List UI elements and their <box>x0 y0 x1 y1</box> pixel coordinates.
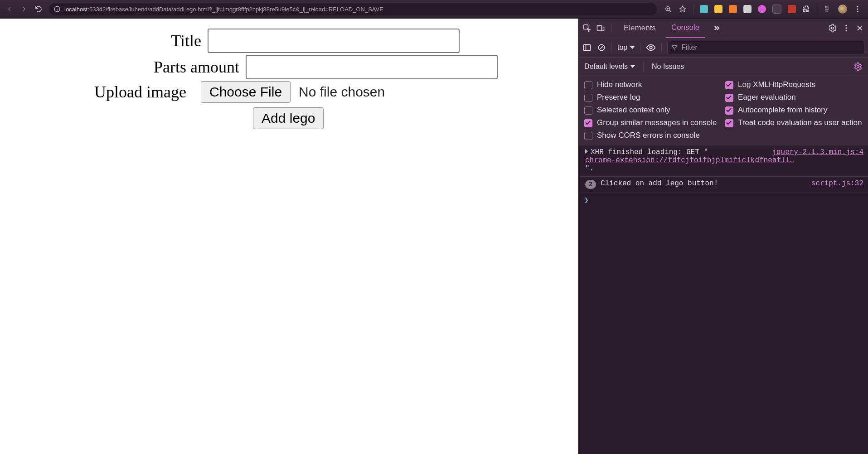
upload-image-label: Upload image <box>0 82 193 101</box>
console-setting-label: Show CORS errors in console <box>597 130 700 140</box>
console-setting[interactable]: Autocomplete from history <box>725 105 863 115</box>
console-toolbar: top Filter <box>579 38 868 58</box>
choose-file-button[interactable]: Choose File <box>201 81 291 103</box>
extension-icon[interactable] <box>758 5 766 13</box>
star-icon[interactable] <box>679 5 687 13</box>
log-count-badge: 2 <box>585 180 596 189</box>
tab-console[interactable]: Console <box>666 18 705 39</box>
console-setting[interactable]: Show CORS errors in console <box>584 130 722 140</box>
log-url-link[interactable]: chrome-extension://fdfcjfoifbjplmificlkd… <box>585 156 794 164</box>
console-log: jquery-2.1.3.min.js:4 XHR finished loadi… <box>579 145 868 454</box>
checkbox-icon[interactable] <box>584 132 592 140</box>
svg-point-15 <box>857 66 859 68</box>
extension-icon[interactable] <box>772 5 781 14</box>
console-filter-input[interactable]: Filter <box>667 41 864 54</box>
reload-icon[interactable] <box>34 5 43 13</box>
separator <box>661 43 662 53</box>
devtools-tabbar: Elements Console <box>579 19 868 38</box>
log-entry-click: 2 script.js:32 Clicked on add lego butto… <box>579 177 868 193</box>
reading-list-icon[interactable] <box>824 5 832 13</box>
checkbox-icon[interactable] <box>584 119 592 127</box>
console-levels-bar: Default levels No Issues <box>579 58 868 76</box>
separator <box>817 4 817 14</box>
toolbar-right <box>661 4 864 14</box>
toggle-sidebar-icon[interactable] <box>582 43 592 52</box>
checkbox-icon[interactable] <box>584 106 592 115</box>
expand-triangle-icon[interactable] <box>585 149 588 154</box>
separator <box>611 43 612 53</box>
console-setting-label: Eager evaluation <box>738 92 796 102</box>
back-icon[interactable] <box>5 5 14 13</box>
extension-icon[interactable] <box>700 5 708 13</box>
svg-point-14 <box>650 46 653 49</box>
more-tabs-icon[interactable] <box>712 24 721 33</box>
zoom-icon[interactable] <box>664 5 672 13</box>
chrome-menu-icon[interactable] <box>853 5 862 13</box>
console-setting-label: Hide network <box>597 80 642 90</box>
parts-amount-input[interactable] <box>246 55 498 79</box>
inspect-icon[interactable] <box>582 24 592 33</box>
extension-icon[interactable] <box>714 5 723 13</box>
log-level-label: Default levels <box>584 63 628 71</box>
log-source-link[interactable]: script.js:32 <box>811 179 863 188</box>
checkbox-icon[interactable] <box>725 81 733 89</box>
live-expression-icon[interactable] <box>646 43 656 53</box>
separator <box>693 4 693 14</box>
console-setting[interactable]: Hide network <box>584 80 722 90</box>
svg-point-2 <box>857 6 858 7</box>
console-setting-label: Log XMLHttpRequests <box>738 80 815 90</box>
devtools-panel: Elements Console <box>578 19 868 454</box>
svg-point-10 <box>845 27 847 29</box>
checkbox-icon[interactable] <box>584 94 592 102</box>
checkbox-icon[interactable] <box>725 106 733 115</box>
title-label: Title <box>0 31 208 50</box>
svg-point-9 <box>845 25 847 26</box>
console-setting[interactable]: Group similar messages in console <box>584 118 722 128</box>
log-entry-xhr: jquery-2.1.3.min.js:4 XHR finished loadi… <box>579 145 868 177</box>
settings-gear-icon[interactable] <box>828 24 837 33</box>
console-setting[interactable]: Preserve log <box>584 92 722 102</box>
close-devtools-icon[interactable] <box>855 24 864 33</box>
extension-icon[interactable] <box>788 5 796 13</box>
console-setting[interactable]: Eager evaluation <box>725 92 863 102</box>
console-prompt[interactable]: ❯ <box>579 193 868 208</box>
extension-icon[interactable] <box>729 5 737 13</box>
checkbox-icon[interactable] <box>725 119 733 127</box>
svg-point-3 <box>857 9 858 10</box>
address-bar[interactable]: localhost:63342/firebaseJuhend/addData/a… <box>49 3 657 15</box>
devtools-menu-icon[interactable] <box>842 24 851 33</box>
add-lego-form: Title Parts amount Upload image Choose F… <box>0 19 578 129</box>
console-setting[interactable]: Log XMLHttpRequests <box>725 80 863 90</box>
console-setting-label: Group similar messages in console <box>597 118 717 128</box>
filter-placeholder: Filter <box>681 43 698 52</box>
site-info-icon[interactable] <box>53 5 61 13</box>
console-setting[interactable]: Treat code evaluation as user action <box>725 118 863 128</box>
nav-buttons <box>4 5 44 13</box>
log-level-selector[interactable]: Default levels <box>584 63 635 71</box>
extensions-icon[interactable] <box>802 5 810 13</box>
console-settings-gear-icon[interactable] <box>853 62 863 71</box>
profile-avatar[interactable] <box>838 5 847 14</box>
device-toggle-icon[interactable] <box>596 24 605 33</box>
title-input[interactable] <box>208 29 460 53</box>
svg-point-8 <box>832 27 834 29</box>
forward-icon[interactable] <box>20 5 28 13</box>
clear-console-icon[interactable] <box>597 43 606 52</box>
console-setting-label: Autocomplete from history <box>738 105 827 115</box>
checkbox-icon[interactable] <box>725 94 733 102</box>
chevron-down-icon <box>630 46 635 49</box>
svg-rect-6 <box>597 25 602 31</box>
log-source-link[interactable]: jquery-2.1.3.min.js:4 <box>772 148 863 156</box>
issues-label: No Issues <box>652 63 684 71</box>
svg-point-11 <box>845 30 847 31</box>
add-lego-button[interactable]: Add lego <box>253 107 324 129</box>
context-selector[interactable]: top <box>617 43 635 52</box>
tab-elements[interactable]: Elements <box>618 19 661 38</box>
url-rest: :63342/firebaseJuhend/addData/addLego.ht… <box>87 6 383 13</box>
console-setting[interactable]: Selected context only <box>584 105 722 115</box>
separator <box>611 23 612 33</box>
extension-icon[interactable] <box>743 5 752 13</box>
log-text: ". <box>585 164 594 173</box>
checkbox-icon[interactable] <box>584 81 592 89</box>
console-settings-panel: Hide networkLog XMLHttpRequestsPreserve … <box>579 76 868 145</box>
